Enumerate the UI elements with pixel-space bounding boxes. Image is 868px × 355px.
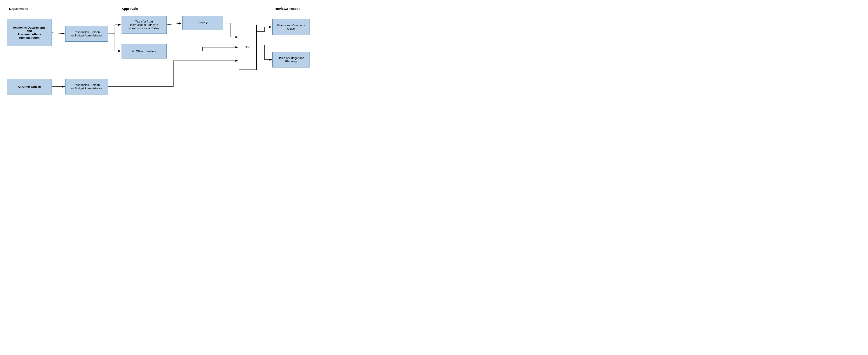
header-approvals: Approvals <box>122 7 138 10</box>
responsible-person-1-box: Responsible Person or Budget Administrat… <box>65 26 108 42</box>
budget-planning-box: Office of Budget and Planning <box>272 52 310 67</box>
responsible-person-2-box: Responsible Person or Budget Administrat… <box>65 79 108 95</box>
all-other-transfers-box: All Other Transfers <box>122 44 166 59</box>
header-review: Review/Process <box>275 7 300 10</box>
provost-box: Provost <box>182 16 223 30</box>
sort-box: Sort <box>239 25 257 70</box>
flowchart-diagram: Department Approvals Review/Process Acad… <box>4 4 311 126</box>
svg-line-1 <box>52 33 65 34</box>
header-department: Department <box>9 7 28 10</box>
grants-contracts-box: Grants and Contracts Office <box>272 19 310 35</box>
all-other-offices-box: All Other Offices <box>7 79 52 95</box>
academic-departments-box: Academic Departments and Academic Affair… <box>7 19 52 46</box>
svg-line-2 <box>166 23 182 25</box>
transfer-instructional-box: Transfer from Instructional Salary to No… <box>122 16 166 34</box>
